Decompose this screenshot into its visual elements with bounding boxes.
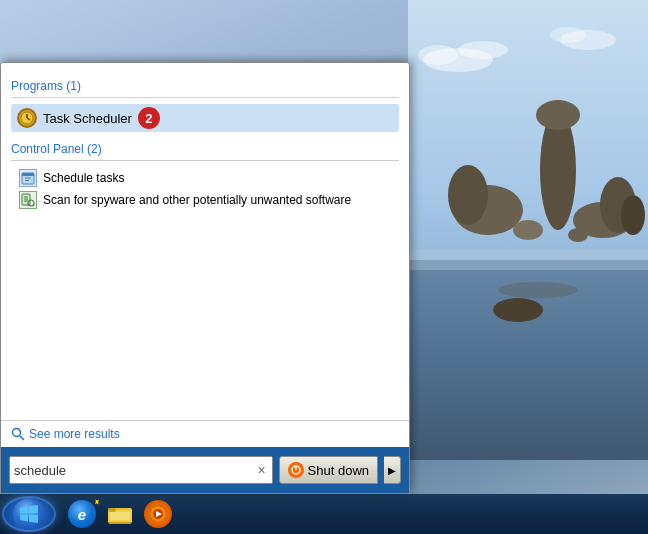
explorer-icon [106, 502, 134, 526]
task-scheduler-label: Task Scheduler [43, 111, 132, 126]
search-clear-button[interactable]: × [255, 462, 267, 478]
desktop-wallpaper [408, 0, 648, 460]
svg-point-12 [498, 282, 578, 298]
schedule-tasks-label: Schedule tasks [43, 171, 124, 185]
svg-point-13 [493, 298, 543, 322]
see-more-link[interactable]: See more results [11, 427, 399, 441]
taskbar: e ✦ [0, 494, 648, 534]
programs-badge: 2 [138, 107, 160, 129]
svg-point-18 [550, 27, 586, 43]
svg-rect-40 [110, 512, 130, 520]
see-more-label: See more results [29, 427, 120, 441]
svg-point-11 [568, 228, 588, 242]
media-player-taskbar-icon[interactable] [140, 496, 176, 532]
programs-header: Programs (1) [11, 79, 399, 93]
search-input[interactable] [14, 463, 255, 478]
explorer-taskbar-icon[interactable] [102, 496, 138, 532]
svg-point-16 [458, 41, 508, 59]
shutdown-button[interactable]: Shut down [279, 456, 378, 484]
programs-section: Programs (1) Task Scheduler 2 [11, 79, 399, 132]
control-panel-divider [11, 160, 399, 161]
windows-orb [13, 498, 45, 530]
shutdown-label: Shut down [308, 463, 369, 478]
scan-spyware-label: Scan for spyware and other potentially u… [43, 193, 351, 207]
schedule-tasks-item[interactable]: Schedule tasks [13, 167, 399, 189]
task-scheduler-item[interactable]: Task Scheduler 2 [11, 104, 399, 132]
svg-point-4 [536, 100, 580, 130]
control-panel-section: Control Panel (2) Schedule tasks [11, 142, 399, 211]
svg-point-32 [13, 429, 21, 437]
search-input-wrap: × [9, 456, 273, 484]
programs-divider [11, 97, 399, 98]
shutdown-icon [288, 462, 304, 478]
scan-spyware-icon [19, 191, 37, 209]
search-icon [11, 427, 25, 441]
svg-point-9 [621, 195, 645, 235]
taskbar-icons: e ✦ [64, 496, 176, 532]
svg-point-6 [448, 165, 488, 225]
shutdown-arrow-icon: ▶ [388, 465, 396, 476]
task-scheduler-icon [17, 108, 37, 128]
svg-rect-39 [108, 508, 116, 512]
start-menu: Programs (1) Task Scheduler 2 [0, 62, 410, 494]
svg-line-33 [20, 436, 24, 440]
svg-rect-2 [408, 250, 648, 270]
schedule-tasks-icon [19, 169, 37, 187]
svg-line-31 [33, 205, 34, 206]
svg-rect-23 [22, 173, 34, 176]
scan-spyware-item[interactable]: Scan for spyware and other potentially u… [13, 189, 399, 211]
shutdown-arrow-button[interactable]: ▶ [384, 456, 401, 484]
svg-point-10 [513, 220, 543, 240]
see-more-results[interactable]: See more results [1, 420, 409, 447]
search-bar: × Shut down ▶ [1, 447, 409, 493]
ie-taskbar-icon[interactable]: e ✦ [64, 496, 100, 532]
svg-point-15 [418, 45, 458, 65]
start-button[interactable] [2, 496, 56, 532]
control-panel-header: Control Panel (2) [11, 142, 399, 156]
